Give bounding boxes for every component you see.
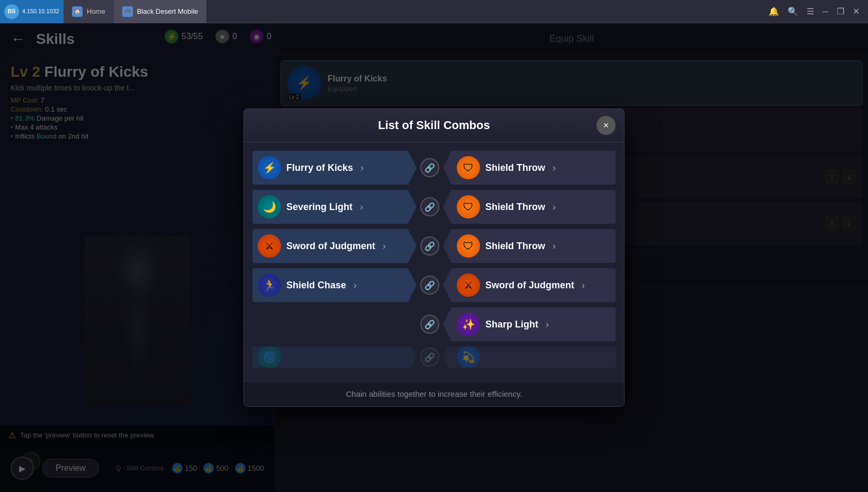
combo-icon-shield-throw-1: 🛡 [457, 156, 480, 179]
combo-right-4[interactable]: ⚔ Sword of Judgment › [443, 268, 616, 302]
combo-right-2[interactable]: 🛡 Shield Throw › [443, 190, 616, 224]
combo-name-sword-2: Sword of Judgment [485, 280, 574, 291]
modal-footer: Chain abilities together to increase the… [244, 381, 624, 406]
combo-left-partial: 🌀 [252, 347, 417, 368]
combo-name-shield-throw-1: Shield Throw [485, 162, 545, 174]
arrow-2: › [360, 202, 363, 213]
combo-row-partial: 🌀 🔗 💫 [252, 347, 616, 368]
modal-title: List of Skill Combos [378, 119, 490, 132]
arrow-r1: › [553, 162, 556, 174]
home-tab[interactable]: 🏠 Home [64, 0, 114, 23]
bluestacks-logo: BS 4.150.10.1032 [0, 0, 64, 23]
combo-right-3[interactable]: 🛡 Shield Throw › [443, 229, 616, 263]
combo-left-1[interactable]: ⚡ Flurry of Kicks › [252, 151, 417, 185]
game-tab-label: Black Desert Mobile [137, 7, 198, 15]
modal-close-button[interactable]: × [596, 116, 616, 135]
close-btn[interactable]: ✕ [853, 6, 860, 16]
arrow-r5: › [546, 319, 549, 330]
restore-btn[interactable]: ❐ [837, 6, 844, 16]
chain-icon-5: 🔗 [420, 315, 439, 334]
arrow-r2: › [553, 202, 556, 213]
combo-row-4: 🏃 Shield Chase › 🔗 ⚔ Sword of Judgment › [252, 268, 616, 302]
combo-left-3[interactable]: ⚔ Sword of Judgment › [252, 229, 417, 263]
combo-icon-sword-1: ⚔ [258, 234, 281, 258]
menu-icon[interactable]: ☰ [807, 6, 814, 16]
combo-right-partial: 💫 [443, 347, 616, 368]
modal-overlay: List of Skill Combos × ⚡ Flurry of Kicks… [0, 23, 868, 492]
combo-row-1: ⚡ Flurry of Kicks › 🔗 🛡 Shield Throw › [252, 151, 616, 185]
combo-name-sword-1: Sword of Judgment [286, 241, 375, 252]
modal-body[interactable]: ⚡ Flurry of Kicks › 🔗 🛡 Shield Throw › [244, 142, 624, 381]
arrow-1: › [360, 162, 364, 174]
game-area: ← Skills ⚡ 53/55 ● 0 ◉ 0 💰 5,750 Lv 2 Fl… [0, 23, 868, 492]
combo-icon-shield-throw-2: 🛡 [457, 195, 480, 218]
combo-icon-sword-2: ⚔ [457, 274, 480, 297]
search-icon[interactable]: 🔍 [788, 6, 798, 16]
arrow-3: › [383, 241, 386, 252]
combo-left-2[interactable]: 🌙 Severing Light › [252, 190, 417, 224]
combo-chain-2: 🔗 [417, 191, 443, 223]
combo-row-2: 🌙 Severing Light › 🔗 🛡 Shield Throw › [252, 190, 616, 224]
footer-text: Chain abilities together to increase the… [346, 389, 522, 398]
combo-row-5: 🔗 ✨ Sharp Light › [252, 307, 616, 341]
combo-name-shield-throw-2: Shield Throw [485, 202, 545, 213]
combo-icon-sharp-light: ✨ [457, 313, 480, 336]
home-tab-icon: 🏠 [72, 6, 83, 17]
combo-chain-1: 🔗 [417, 152, 443, 184]
chain-icon-4: 🔗 [420, 276, 439, 295]
home-tab-label: Home [87, 7, 105, 15]
combo-icon-shield-throw-3: 🛡 [457, 234, 480, 258]
bluestacks-icon: BS [4, 4, 19, 19]
combo-icon-flurry: ⚡ [258, 156, 281, 179]
combo-chain-3: 🔗 [417, 230, 443, 262]
arrow-r3: › [553, 241, 556, 252]
combo-chain-partial: 🔗 [417, 347, 443, 368]
modal-header: List of Skill Combos × [244, 109, 624, 142]
game-tab-icon: 🎮 [122, 6, 133, 17]
chain-icon-partial: 🔗 [420, 348, 439, 367]
close-icon: × [603, 120, 609, 131]
combo-icon-partial-right: 💫 [457, 347, 480, 368]
arrow-r4: › [582, 280, 585, 291]
combo-icon-shield-chase: 🏃 [258, 274, 281, 297]
arrow-4: › [354, 280, 357, 291]
taskbar: BS 4.150.10.1032 🏠 Home 🎮 Black Desert M… [0, 0, 868, 23]
logo-letter: BS [7, 8, 15, 15]
game-tab[interactable]: 🎮 Black Desert Mobile [114, 0, 207, 23]
chain-icon-3: 🔗 [420, 236, 439, 256]
combo-chain-5: 🔗 [417, 308, 443, 340]
combo-right-5[interactable]: ✨ Sharp Light › [443, 307, 616, 341]
taskbar-controls: 🔔 🔍 ☰ ─ ❐ ✕ [768, 6, 868, 16]
combo-name-shield-chase: Shield Chase [286, 280, 346, 291]
combo-name-flurry: Flurry of Kicks [286, 162, 353, 174]
bell-icon[interactable]: 🔔 [768, 6, 779, 16]
combo-left-4[interactable]: 🏃 Shield Chase › [252, 268, 417, 302]
combo-name-shield-throw-3: Shield Throw [485, 241, 545, 252]
combo-icon-severing: 🌙 [258, 195, 281, 218]
combo-right-1[interactable]: 🛡 Shield Throw › [443, 151, 616, 185]
combo-name-sharp-light: Sharp Light [485, 319, 538, 330]
chain-icon-1: 🔗 [420, 158, 439, 177]
combo-chain-4: 🔗 [417, 269, 443, 301]
combo-name-severing: Severing Light [286, 202, 352, 213]
chain-icon-2: 🔗 [420, 197, 439, 216]
combo-icon-partial-left: 🌀 [258, 347, 281, 368]
minimize-btn[interactable]: ─ [822, 7, 828, 16]
skill-combos-modal: List of Skill Combos × ⚡ Flurry of Kicks… [243, 108, 625, 407]
bluestacks-version: 4.150.10.1032 [22, 8, 59, 15]
combo-row-3: ⚔ Sword of Judgment › 🔗 🛡 Shield Throw › [252, 229, 616, 263]
